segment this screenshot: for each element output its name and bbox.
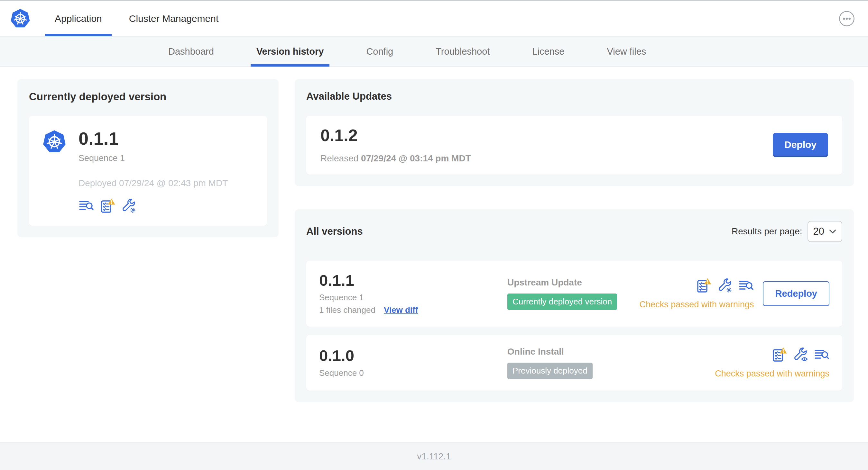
tab-cluster-management-label: Cluster Management xyxy=(129,13,218,24)
update-released-timestamp: Released 07/29/24 @ 03:14 pm MDT xyxy=(320,153,471,164)
preflight-checks-warning-icon[interactable] xyxy=(772,347,787,362)
subtab-config[interactable]: Config xyxy=(360,37,399,67)
current-version-deployed-timestamp: Deployed 07/29/24 @ 02:43 pm MDT xyxy=(79,178,228,189)
current-version-actions xyxy=(79,198,228,213)
row-status-block: Checks passed with warnings xyxy=(715,347,829,379)
released-prefix: Released xyxy=(320,153,359,163)
row-sequence: Sequence 1 xyxy=(319,293,507,303)
deployed-status-badge: Currently deployed version xyxy=(507,294,617,310)
results-per-page: Results per page: 20 xyxy=(732,221,842,242)
config-gear-icon[interactable] xyxy=(121,198,136,213)
subtab-version-history[interactable]: Version history xyxy=(251,37,330,67)
version-row-middle: Online Install Previously deployed xyxy=(507,346,715,379)
tab-application-label: Application xyxy=(55,13,102,24)
version-rows: 0.1.1 Sequence 1 1 files changed View di… xyxy=(306,261,842,391)
right-column: Available Updates 0.1.2 Released 07/29/2… xyxy=(295,79,854,402)
results-per-page-label: Results per page: xyxy=(732,226,802,237)
subtab-troubleshoot-label: Troubleshoot xyxy=(436,46,490,57)
files-changed-label: 1 files changed xyxy=(319,305,375,315)
row-version-number: 0.1.1 xyxy=(319,272,507,289)
results-per-page-select[interactable]: 20 xyxy=(808,221,842,242)
kubernetes-logo xyxy=(42,129,67,154)
currently-deployed-card: Currently deployed version 0.1.1 Sequenc… xyxy=(18,79,279,237)
version-row-middle: Upstream Update Currently deployed versi… xyxy=(507,277,640,310)
deploy-button[interactable]: Deploy xyxy=(773,133,828,157)
top-nav: Application Cluster Management xyxy=(45,1,228,36)
version-row-right: Checks passed with warnings Redeploy xyxy=(640,278,829,310)
main-content: Currently deployed version 0.1.1 Sequenc… xyxy=(0,67,868,442)
subtab-dashboard-label: Dashboard xyxy=(168,46,214,57)
available-updates-card: Available Updates 0.1.2 Released 07/29/2… xyxy=(295,79,854,186)
console-version: v1.112.1 xyxy=(417,451,451,462)
app-header: Application Cluster Management xyxy=(0,0,868,37)
all-versions-card: All versions Results per page: 20 xyxy=(295,209,854,402)
results-per-page-value: 20 xyxy=(813,226,824,237)
app-footer: v1.112.1 xyxy=(0,442,868,470)
ellipsis-icon xyxy=(839,11,855,27)
currently-deployed-version-card: 0.1.1 Sequence 1 Deployed 07/29/24 @ 02:… xyxy=(29,116,267,226)
row-source-label: Upstream Update xyxy=(507,277,640,288)
page: Application Cluster Management Dashboard… xyxy=(0,0,868,470)
version-row-0-1-0: 0.1.0 Sequence 0 Online Install Previous… xyxy=(306,335,842,391)
logs-icon[interactable] xyxy=(79,198,94,213)
row-source-label: Online Install xyxy=(507,346,715,357)
tab-application[interactable]: Application xyxy=(45,1,112,36)
preflight-checks-warning-icon[interactable] xyxy=(696,278,711,293)
kubernetes-logo xyxy=(0,1,45,36)
row-checks-status: Checks passed with warnings xyxy=(640,300,754,310)
config-gear-icon[interactable] xyxy=(717,278,733,293)
header-spacer xyxy=(228,1,838,36)
row-status-block: Checks passed with warnings xyxy=(640,278,754,310)
subtab-view-files-label: View files xyxy=(607,46,646,57)
row-files-line: 1 files changed View diff xyxy=(319,305,507,315)
app-subnav: Dashboard Version history Config Trouble… xyxy=(0,37,868,67)
subtab-dashboard[interactable]: Dashboard xyxy=(162,37,220,67)
version-row-right: Checks passed with warnings xyxy=(715,347,829,379)
version-row-left: 0.1.1 Sequence 1 1 files changed View di… xyxy=(319,272,507,315)
version-row-left: 0.1.0 Sequence 0 xyxy=(319,347,507,378)
current-version-info: 0.1.1 Sequence 1 Deployed 07/29/24 @ 02:… xyxy=(79,129,228,213)
overflow-menu-button[interactable] xyxy=(838,10,855,27)
left-column: Currently deployed version 0.1.1 Sequenc… xyxy=(18,79,279,237)
currently-deployed-title: Currently deployed version xyxy=(29,91,267,103)
chevron-down-icon xyxy=(829,229,836,234)
config-view-icon[interactable] xyxy=(793,347,808,362)
tab-cluster-management[interactable]: Cluster Management xyxy=(119,1,228,36)
preflight-checks-warning-icon[interactable] xyxy=(100,198,115,213)
all-versions-title: All versions xyxy=(306,226,363,237)
released-date: 07/29/24 @ 03:14 pm MDT xyxy=(361,153,471,163)
row-actions xyxy=(696,278,754,293)
available-update-info: 0.1.2 Released 07/29/24 @ 03:14 pm MDT xyxy=(320,127,471,164)
row-sequence: Sequence 0 xyxy=(319,368,507,378)
row-actions xyxy=(772,347,829,362)
all-versions-header: All versions Results per page: 20 xyxy=(306,221,842,242)
subtab-troubleshoot[interactable]: Troubleshoot xyxy=(430,37,495,67)
row-version-number: 0.1.0 xyxy=(319,347,507,364)
subtab-license-label: License xyxy=(532,46,564,57)
available-update-row: 0.1.2 Released 07/29/24 @ 03:14 pm MDT D… xyxy=(306,116,842,174)
logs-icon[interactable] xyxy=(814,347,829,362)
subtab-config-label: Config xyxy=(366,46,393,57)
deployed-status-badge: Previously deployed xyxy=(507,363,593,379)
subtab-view-files[interactable]: View files xyxy=(601,37,652,67)
redeploy-button[interactable]: Redeploy xyxy=(763,281,829,306)
current-version-number: 0.1.1 xyxy=(79,129,228,148)
view-diff-link[interactable]: View diff xyxy=(384,305,418,315)
subtab-license[interactable]: License xyxy=(526,37,570,67)
current-version-sequence: Sequence 1 xyxy=(79,153,228,163)
available-updates-title: Available Updates xyxy=(306,91,842,102)
logs-icon[interactable] xyxy=(738,278,754,293)
version-row-0-1-1: 0.1.1 Sequence 1 1 files changed View di… xyxy=(306,261,842,327)
subtab-version-history-label: Version history xyxy=(256,46,324,57)
row-checks-status: Checks passed with warnings xyxy=(715,369,829,379)
update-version-number: 0.1.2 xyxy=(320,127,471,144)
